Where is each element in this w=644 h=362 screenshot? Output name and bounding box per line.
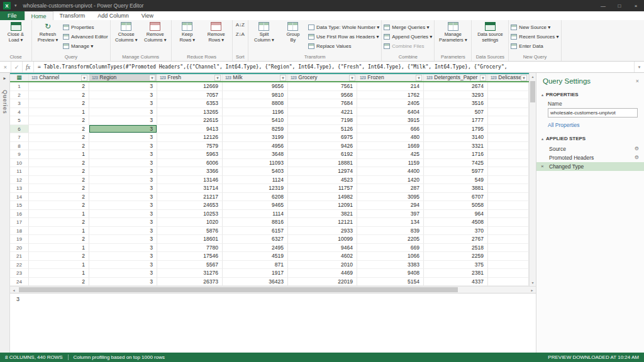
row-number[interactable]: 6 <box>10 125 29 134</box>
grid-cell[interactable]: 3648 <box>223 150 288 159</box>
grid-cell[interactable]: 4602 <box>288 252 357 261</box>
grid-cell[interactable]: 9810 <box>223 91 288 100</box>
grid-cell[interactable] <box>488 176 529 185</box>
grid-cell[interactable]: 8259 <box>223 125 288 134</box>
new-source-button[interactable]: New Source ▾ <box>511 23 558 32</box>
grid-cell[interactable]: 1066 <box>357 252 424 261</box>
grid-cell[interactable]: 1 <box>29 261 89 270</box>
collapse-properties-icon[interactable]: ▴ <box>541 92 543 97</box>
grid-cell[interactable]: 4221 <box>288 108 357 117</box>
grid-cell[interactable]: 3 <box>89 133 157 142</box>
grid-cell[interactable]: 666 <box>357 125 424 134</box>
grid-cell[interactable]: 2 <box>29 176 89 185</box>
grid-cell[interactable]: 12121 <box>288 218 357 227</box>
grid-cell[interactable]: 2518 <box>424 244 488 253</box>
grid-cell[interactable] <box>488 184 529 193</box>
grid-cell[interactable]: 1 <box>29 227 89 236</box>
grid-cell[interactable]: 10099 <box>288 235 357 244</box>
row-number[interactable]: 19 <box>10 235 29 244</box>
grid-cell[interactable]: 2 <box>29 91 89 100</box>
expand-queries-icon[interactable]: ▸ <box>3 75 6 81</box>
grid-cell[interactable]: 2 <box>29 99 89 108</box>
grid-cell[interactable]: 31714 <box>157 184 223 193</box>
grid-cell[interactable]: 2405 <box>357 99 424 108</box>
grid-cell[interactable]: 4508 <box>424 218 488 227</box>
formula-input[interactable]: = Table.TransformColumnTypes(#"Promoted … <box>34 62 634 72</box>
grid-cell[interactable]: 6192 <box>288 150 357 159</box>
grid-cell[interactable]: 3 <box>89 176 157 185</box>
grid-cell[interactable]: 22019 <box>288 278 357 287</box>
grid-cell[interactable] <box>488 210 529 219</box>
grid-cell[interactable]: 5977 <box>424 167 488 176</box>
grid-cell[interactable]: 549 <box>424 176 488 185</box>
grid-cell[interactable]: 5876 <box>157 227 223 236</box>
grid-cell[interactable]: 3 <box>89 278 157 287</box>
filter-dropdown-icon[interactable]: ▾ <box>149 75 155 81</box>
grid-cell[interactable]: 2 <box>29 218 89 227</box>
grid-cell[interactable]: 1159 <box>357 159 424 168</box>
minimize-button[interactable]: — <box>595 0 611 11</box>
queries-pane-collapsed[interactable]: ▸ Queries <box>0 73 10 353</box>
grid-cell[interactable]: 4469 <box>288 269 357 278</box>
use-first-row-as-headers-button[interactable]: Use First Row as Headers ▾ <box>308 32 379 41</box>
scroll-down-icon[interactable]: ▾ <box>530 279 536 286</box>
append-queries-button[interactable]: Append Queries ▾ <box>384 32 432 41</box>
grid-cell[interactable]: 1 <box>29 269 89 278</box>
grid-cell[interactable]: 3321 <box>424 142 488 151</box>
column-header-frozen[interactable]: 123Frozen▾ <box>357 74 424 81</box>
column-header-milk[interactable]: 123Milk▾ <box>223 74 288 81</box>
grid-cell[interactable]: 2010 <box>288 261 357 270</box>
horizontal-scroll-thumb[interactable] <box>19 287 458 292</box>
grid-cell[interactable]: 3 <box>89 167 157 176</box>
grid-cell[interactable]: 7684 <box>288 99 357 108</box>
grid-cell[interactable] <box>488 167 529 176</box>
close-settings-icon[interactable]: × <box>636 78 639 84</box>
grid-cell[interactable]: 1716 <box>424 150 488 159</box>
grid-cell[interactable] <box>488 227 529 236</box>
grid-cell[interactable]: 3 <box>89 150 157 159</box>
column-header-channel[interactable]: 123Channel▾ <box>29 74 89 81</box>
grid-cell[interactable]: 3 <box>89 244 157 253</box>
grid-cell[interactable]: 3 <box>89 125 157 134</box>
grid-cell[interactable]: 9465 <box>223 201 288 210</box>
grid-cell[interactable]: 11757 <box>288 184 357 193</box>
grid-cell[interactable]: 3 <box>89 108 157 117</box>
grid-cell[interactable]: 4523 <box>288 176 357 185</box>
grid-cell[interactable]: 12319 <box>223 184 288 193</box>
row-number[interactable]: 4 <box>10 108 29 117</box>
manage-parameters-button[interactable]: Manage Parameters ▾ <box>436 21 469 43</box>
row-number[interactable]: 9 <box>10 150 29 159</box>
grid-cell[interactable]: 3 <box>89 252 157 261</box>
grid-cell[interactable]: 9656 <box>223 82 288 91</box>
grid-cell[interactable]: 1777 <box>424 116 488 125</box>
grid-cell[interactable]: 2933 <box>288 227 357 236</box>
grid-cell[interactable]: 3366 <box>157 167 223 176</box>
grid-cell[interactable]: 3 <box>89 99 157 108</box>
row-number[interactable]: 16 <box>10 210 29 219</box>
grid-cell[interactable]: 2 <box>29 125 89 134</box>
grid-cell[interactable]: 3383 <box>357 261 424 270</box>
grid-cell[interactable]: 2495 <box>223 244 288 253</box>
grid-cell[interactable]: 2674 <box>424 82 488 91</box>
grid-cell[interactable]: 6327 <box>223 235 288 244</box>
row-number[interactable]: 22 <box>10 261 29 270</box>
grid-cell[interactable]: 6208 <box>223 193 288 202</box>
grid-cell[interactable]: 507 <box>424 108 488 117</box>
vertical-scrollbar[interactable]: ▴ ▾ <box>529 73 536 286</box>
grid-cell[interactable]: 13265 <box>157 108 223 117</box>
grid-cell[interactable]: 7057 <box>157 91 223 100</box>
grid-cell[interactable]: 3 <box>89 142 157 151</box>
grid-cell[interactable]: 9408 <box>357 269 424 278</box>
grid-cell[interactable]: 8808 <box>223 99 288 108</box>
applied-step-source[interactable]: Source⚙ <box>536 145 644 153</box>
applied-step-promoted-headers[interactable]: Promoted Headers⚙ <box>536 153 644 162</box>
row-number[interactable]: 24 <box>10 278 29 287</box>
row-number[interactable]: 17 <box>10 218 29 227</box>
vertical-scroll-track[interactable] <box>530 80 536 279</box>
row-number[interactable]: 11 <box>10 167 29 176</box>
row-number[interactable]: 5 <box>10 116 29 125</box>
filter-dropdown-icon[interactable]: ▾ <box>280 75 286 81</box>
grid-cell[interactable]: 2 <box>29 184 89 193</box>
grid-cell[interactable]: 1420 <box>357 176 424 185</box>
grid-cell[interactable]: 18881 <box>288 159 357 168</box>
